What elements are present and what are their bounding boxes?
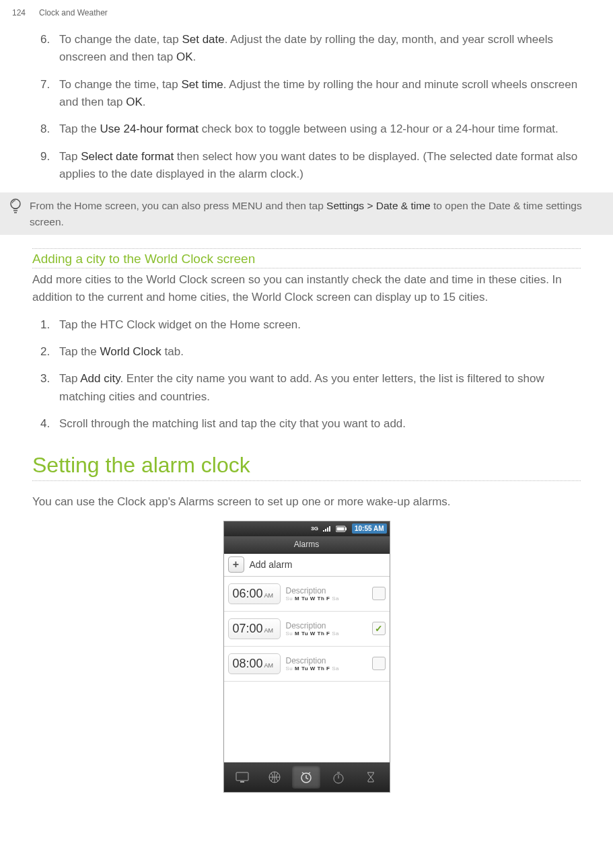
signal-icon: [322, 523, 332, 535]
bold: Use 24-hour format: [100, 122, 199, 135]
phone-screenshot: 3G 10:55 AM Alarms + Add alarm 06:00 AM …: [223, 521, 390, 793]
text: Tap the: [59, 345, 100, 358]
page-number: 124: [12, 8, 26, 17]
alarm-checkbox[interactable]: [372, 587, 386, 600]
nav-alarms-icon[interactable]: [292, 766, 320, 789]
svg-rect-5: [240, 781, 244, 783]
alarm-description: Description: [286, 621, 372, 630]
divider: [32, 248, 581, 249]
text: check box to toggle between using a 12-h…: [199, 122, 558, 135]
alarm-checkbox[interactable]: [372, 622, 386, 635]
section-title: Setting the alarm clock: [32, 453, 581, 478]
step-6: 6. To change the date, tap Set date. Adj…: [59, 31, 581, 67]
step-b2: 2. Tap the World Clock tab.: [59, 343, 581, 361]
alarm-time-box[interactable]: 08:00 AM: [228, 653, 281, 674]
text: tab.: [161, 345, 184, 358]
alarm-days: Su M Tu W Th F Sa: [286, 665, 372, 672]
subsection-intro: Add more cities to the World Clock scree…: [32, 271, 581, 307]
add-alarm-label: Add alarm: [250, 559, 293, 570]
text: To change the date, tap: [59, 33, 182, 46]
text: .: [192, 50, 196, 63]
alarm-description: Description: [286, 656, 372, 665]
status-time: 10:55 AM: [352, 523, 387, 534]
text: .: [143, 96, 146, 108]
text: Tap the HTC Clock widget on the Home scr…: [59, 318, 301, 331]
blank-area: [224, 682, 390, 762]
alarm-time: 06:00: [233, 587, 263, 601]
alarm-description: Description: [286, 586, 372, 595]
add-alarm-row[interactable]: + Add alarm: [224, 554, 390, 577]
alarm-info: Description Su M Tu W Th F Sa: [286, 656, 372, 672]
step-b1: 1. Tap the HTC Clock widget on the Home …: [59, 316, 581, 334]
alarm-info: Description Su M Tu W Th F Sa: [286, 621, 372, 637]
nav-world-clock-icon[interactable]: [260, 766, 289, 789]
alarm-ampm: AM: [264, 627, 274, 634]
alarm-row-2[interactable]: 08:00 AM Description Su M Tu W Th F Sa: [224, 647, 390, 682]
tip-text: From the Home screen, you can also press…: [30, 198, 600, 229]
text: To change the time, tap: [59, 78, 181, 91]
step-8: 8. Tap the Use 24-hour format check box …: [59, 120, 581, 138]
battery-icon: [336, 523, 348, 535]
alarm-ampm: AM: [264, 662, 274, 669]
divider: [32, 268, 581, 268]
alarm-days: Su M Tu W Th F Sa: [286, 630, 372, 637]
steps-list-b: 1. Tap the HTC Clock widget on the Home …: [32, 316, 581, 433]
alarm-time: 08:00: [233, 657, 263, 671]
alarm-row-0[interactable]: 06:00 AM Description Su M Tu W Th F Sa: [224, 577, 390, 612]
nav-desk-clock-icon[interactable]: [228, 766, 256, 789]
text: From the Home screen, you can also press…: [30, 200, 326, 211]
step-b4: 4. Scroll through the matching list and …: [59, 415, 581, 433]
status-bar: 3G 10:55 AM: [224, 521, 390, 536]
text: Tap: [59, 372, 80, 385]
text: Scroll through the matching list and tap…: [59, 417, 406, 430]
alarm-ampm: AM: [264, 592, 274, 599]
network-icon: 3G: [311, 526, 318, 532]
step-7: 7. To change the time, tap Set time. Adj…: [59, 76, 581, 112]
tip-box: From the Home screen, you can also press…: [0, 192, 613, 235]
bold: Set date: [182, 33, 224, 46]
nav-stopwatch-icon[interactable]: [324, 766, 353, 789]
alarm-time-box[interactable]: 06:00 AM: [228, 583, 281, 604]
bold: Settings > Date & time: [326, 200, 431, 211]
screen-title: Alarms: [224, 536, 390, 554]
alarm-days: Su M Tu W Th F Sa: [286, 595, 372, 602]
bold: Add city: [80, 372, 120, 385]
subsection-title: Adding a city to the World Clock screen: [32, 252, 581, 266]
steps-list-a: 6. To change the date, tap Set date. Adj…: [32, 31, 581, 183]
text: Tap: [59, 150, 81, 163]
step-9: 9. Tap Select date format then select ho…: [59, 148, 581, 184]
nav-timer-icon[interactable]: [357, 766, 385, 789]
svg-rect-3: [345, 528, 347, 530]
alarm-checkbox[interactable]: [372, 657, 386, 670]
plus-icon[interactable]: +: [228, 556, 244, 573]
alarm-time: 07:00: [233, 622, 263, 636]
section-intro: You can use the Clock app's Alarms scree…: [32, 493, 581, 511]
bold: OK: [176, 50, 193, 63]
alarm-row-1[interactable]: 07:00 AM Description Su M Tu W Th F Sa: [224, 612, 390, 647]
content-body: 6. To change the date, tap Set date. Adj…: [0, 31, 613, 183]
lightbulb-icon: [7, 198, 24, 215]
bold: World Clock: [100, 345, 161, 358]
bold: Set time: [181, 78, 223, 91]
chapter-title: Clock and Weather: [39, 8, 108, 17]
bold: OK: [126, 96, 143, 108]
step-b3: 3. Tap Add city. Enter the city name you…: [59, 370, 581, 406]
alarm-info: Description Su M Tu W Th F Sa: [286, 586, 372, 602]
page-header: 124 Clock and Weather: [0, 0, 613, 31]
text: Tap the: [59, 122, 100, 135]
text: . Enter the city name you want to add. A…: [59, 372, 544, 402]
alarm-time-box[interactable]: 07:00 AM: [228, 618, 281, 639]
svg-rect-2: [336, 527, 344, 530]
bold: Select date format: [81, 150, 174, 163]
bottom-nav: [224, 762, 390, 792]
svg-rect-4: [236, 772, 248, 781]
divider: [32, 480, 581, 481]
